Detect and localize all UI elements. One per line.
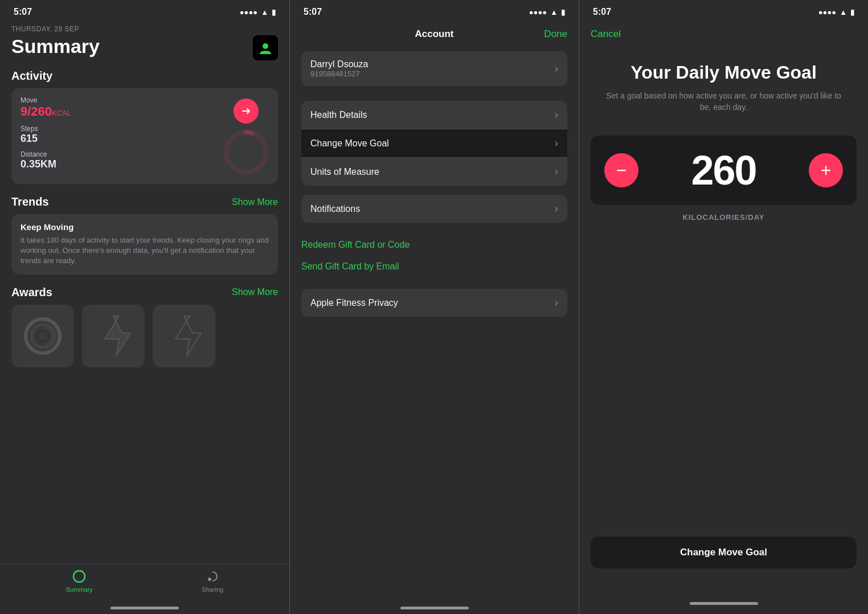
change-move-goal-item[interactable]: Change Move Goal › xyxy=(301,129,567,158)
awards-show-more[interactable]: Show More xyxy=(232,287,278,297)
trends-show-more[interactable]: Show More xyxy=(232,197,278,207)
time-1: 5:07 xyxy=(14,7,32,17)
menu-section-1: Health Details › Change Move Goal › Unit… xyxy=(301,101,567,186)
change-goal-button[interactable]: Change Move Goal xyxy=(591,537,857,568)
sharing-nav-icon xyxy=(205,569,220,584)
battery-icon-3: ▮ xyxy=(850,8,854,17)
svg-point-9 xyxy=(73,571,85,582)
health-details-item[interactable]: Health Details › xyxy=(301,101,567,129)
increase-button[interactable]: + xyxy=(809,153,843,187)
trends-card-title: Keep Moving xyxy=(21,222,269,232)
units-of-measure-item[interactable]: Units of Measure › xyxy=(301,158,567,186)
signal-icon-3: ●●●● xyxy=(818,8,836,17)
home-indicator-3 xyxy=(690,602,758,605)
award-bolt2-icon xyxy=(161,313,207,359)
move-stat: Move 9/260KCAL xyxy=(21,96,218,119)
award-ring-icon xyxy=(20,313,65,359)
privacy-label: Apple Fitness Privacy xyxy=(310,298,398,308)
home-indicator-1 xyxy=(110,607,179,609)
bottom-nav: Summary Sharing xyxy=(0,564,289,604)
battery-icon-2: ▮ xyxy=(561,8,565,17)
privacy-section: Apple Fitness Privacy › xyxy=(301,289,567,317)
trends-card: Keep Moving It takes 180 days of activit… xyxy=(11,214,278,275)
trends-header: Trends Show More xyxy=(11,195,278,208)
link-section: Redeem Gift Card or Code Send Gift Card … xyxy=(301,232,567,280)
notifications-section: Notifications › xyxy=(301,195,567,223)
move-arrow-btn[interactable] xyxy=(234,99,259,124)
steps-stat: Steps 615 xyxy=(21,125,218,145)
user-row[interactable]: Darryl Dsouza 919588481527 › xyxy=(301,51,567,86)
move-value: 9/260KCAL xyxy=(21,104,218,119)
award-badge-1 xyxy=(11,305,74,367)
time-3: 5:07 xyxy=(593,7,611,17)
status-icons-3: ●●●● ▲ ▮ xyxy=(818,8,854,17)
goal-title: Your Daily Move Goal xyxy=(579,46,868,91)
move-goal-panel: 5:07 ●●●● ▲ ▮ Cancel Your Daily Move Goa… xyxy=(579,0,868,614)
distance-value: 0.35KM xyxy=(21,158,218,170)
activity-card: Move 9/260KCAL Steps 615 Distance 0.35KM xyxy=(11,88,278,184)
user-phone: 919588481527 xyxy=(310,69,368,78)
user-row-chevron: › xyxy=(555,63,558,75)
svg-point-6 xyxy=(37,330,48,342)
wifi-icon: ▲ xyxy=(261,8,268,17)
done-button[interactable]: Done xyxy=(544,28,567,40)
time-2: 5:07 xyxy=(304,7,322,17)
privacy-item[interactable]: Apple Fitness Privacy › xyxy=(301,289,567,317)
goal-stepper: − 260 + xyxy=(591,136,857,205)
user-name: Darryl Dsouza xyxy=(310,59,368,69)
wifi-icon-2: ▲ xyxy=(550,8,558,17)
status-bar-1: 5:07 ●●●● ▲ ▮ xyxy=(0,0,289,21)
distance-label: Distance xyxy=(21,150,218,158)
summary-panel: 5:07 ●●●● ▲ ▮ THURSDAY, 29 SEP Summary A… xyxy=(0,0,289,614)
account-title: Account xyxy=(415,28,454,40)
award-bolt-icon xyxy=(91,313,136,359)
goal-subtitle: Set a goal based on how active you are, … xyxy=(579,91,868,136)
notifications-item[interactable]: Notifications › xyxy=(301,195,567,223)
notifications-chevron: › xyxy=(555,203,558,215)
account-panel: 5:07 ●●●● ▲ ▮ Account Done Darryl Dsouza… xyxy=(289,0,579,614)
nav-sharing[interactable]: Sharing xyxy=(202,569,223,593)
kcal-label: KILOCALORIES/DAY xyxy=(579,213,868,222)
svg-point-10 xyxy=(208,578,211,581)
notifications-label: Notifications xyxy=(310,204,360,214)
distance-stat: Distance 0.35KM xyxy=(21,150,218,170)
steps-value: 615 xyxy=(21,133,218,145)
trends-card-text: It takes 180 days of activity to start y… xyxy=(21,235,269,267)
signal-icon-2: ●●●● xyxy=(529,8,547,17)
svg-point-1 xyxy=(263,43,268,49)
redeem-link[interactable]: Redeem Gift Card or Code xyxy=(301,234,567,256)
health-details-chevron: › xyxy=(555,109,558,121)
status-icons-2: ●●●● ▲ ▮ xyxy=(529,8,565,17)
move-label: Move xyxy=(21,96,218,104)
sharing-nav-label: Sharing xyxy=(202,586,223,593)
steps-label: Steps xyxy=(21,125,218,133)
activity-ring xyxy=(223,129,269,175)
cancel-button[interactable]: Cancel xyxy=(591,28,621,39)
change-move-goal-chevron: › xyxy=(555,137,558,149)
svg-marker-7 xyxy=(105,316,130,356)
decrease-button[interactable]: − xyxy=(604,153,638,187)
svg-marker-8 xyxy=(175,316,201,356)
battery-icon: ▮ xyxy=(272,8,276,17)
svg-point-2 xyxy=(226,132,266,172)
nav-summary[interactable]: Summary xyxy=(66,569,93,593)
units-chevron: › xyxy=(555,166,558,178)
units-label: Units of Measure xyxy=(310,167,379,177)
send-gift-link[interactable]: Send Gift Card by Email xyxy=(301,256,567,277)
awards-header: Awards Show More xyxy=(11,286,278,299)
summary-header: Summary xyxy=(11,35,278,60)
date-label: THURSDAY, 29 SEP xyxy=(11,25,278,33)
awards-row xyxy=(11,305,278,367)
profile-avatar[interactable] xyxy=(253,35,278,60)
signal-icon: ●●●● xyxy=(240,8,257,17)
home-indicator-2 xyxy=(400,607,469,609)
summary-nav-label: Summary xyxy=(66,586,93,593)
privacy-chevron: › xyxy=(555,297,558,309)
arrow-icon xyxy=(240,105,252,117)
account-header: Account Done xyxy=(290,21,579,46)
svg-point-5 xyxy=(31,325,54,347)
wifi-icon-3: ▲ xyxy=(840,8,847,17)
summary-nav-icon xyxy=(72,569,87,584)
summary-title-text: Summary xyxy=(11,35,100,58)
change-move-goal-label: Change Move Goal xyxy=(310,138,389,149)
